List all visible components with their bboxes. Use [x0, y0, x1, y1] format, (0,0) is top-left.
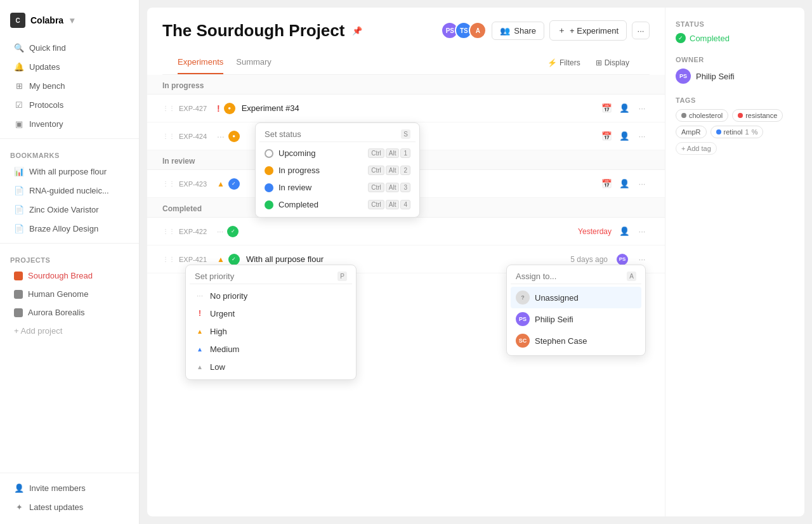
assign-button[interactable]: 👤 — [617, 224, 632, 239]
sidebar-item-label: My bench — [29, 81, 65, 91]
calendar-button[interactable]: 📅 — [599, 129, 614, 144]
tag-label: retinol — [724, 128, 743, 136]
priority-option-low[interactable]: ▲ Low — [190, 358, 352, 376]
project-item-sourdough[interactable]: Sourdough Bread — [4, 266, 135, 285]
assign-option-stephen[interactable]: SC Stephen Case — [511, 330, 641, 351]
exp-row-422: ⋮⋮ EXP-422 ··· ✓ Yesterday 👤 ··· — [147, 218, 665, 246]
status-circle-in-progress — [265, 166, 273, 175]
priority-low-icon: ▲ — [195, 362, 205, 372]
tab-summary[interactable]: Summary — [236, 51, 272, 74]
assign-search-input[interactable] — [516, 272, 627, 281]
exp-id: EXP-424 — [179, 133, 217, 140]
owner-avatar: PS — [676, 69, 691, 84]
tag-retinol[interactable]: retinol 1 % — [710, 126, 764, 138]
share-button[interactable]: 👥 Share — [492, 22, 544, 40]
status-icon-in-progress[interactable]: ● — [224, 103, 235, 114]
project-item-genome[interactable]: Human Genome — [4, 285, 135, 303]
more-button[interactable]: ··· — [632, 22, 650, 39]
priority-option-high[interactable]: ▲ High — [190, 322, 352, 340]
status-icon-completed[interactable]: ✓ — [227, 226, 239, 237]
priority-option-none[interactable]: ··· No priority — [190, 287, 352, 305]
drag-handle[interactable]: ⋮⋮ — [162, 133, 175, 140]
project-item-aurora[interactable]: Aurora Borealis — [4, 303, 135, 322]
status-badge: ✓ Completed — [676, 33, 794, 43]
tag-dot — [716, 129, 721, 134]
more-row-button[interactable]: ··· — [634, 101, 650, 116]
drag-handle[interactable]: ⋮⋮ — [162, 228, 175, 235]
priority-label: Medium — [210, 344, 347, 354]
assign-option-unassigned[interactable]: ? Unassigned — [511, 287, 641, 308]
sidebar-item-protocols[interactable]: ☑ Protocols — [4, 95, 135, 114]
status-icon-completed[interactable]: ✓ — [228, 254, 240, 265]
drag-handle[interactable]: ⋮⋮ — [162, 105, 175, 112]
bookmark-item-1[interactable]: 📄 RNA-guided nucleic... — [4, 181, 135, 200]
status-option-completed[interactable]: Completed Ctrl Alt 4 — [259, 196, 416, 213]
priority-icon[interactable]: ▲ — [217, 180, 225, 188]
project-title: The Sourdough Project — [162, 21, 344, 41]
tag-cholesterol[interactable]: cholesterol — [676, 109, 728, 122]
bookmark-item-3[interactable]: 📄 Braze Alloy Design — [4, 219, 135, 238]
bookmark-label: RNA-guided nucleic... — [29, 186, 109, 195]
priority-no-icon: ··· — [195, 291, 205, 301]
display-button[interactable]: ⊞ Display — [591, 56, 634, 70]
sidebar-item-quick-find[interactable]: 🔍 Quick find — [4, 38, 135, 57]
project-header: The Sourdough Project 📌 PS TS A 👥 Share — [147, 8, 665, 75]
sidebar-item-inventory[interactable]: ▣ Inventory — [4, 114, 135, 133]
filters-button[interactable]: ⚡ Filters — [542, 56, 586, 70]
sidebar-item-my-bench[interactable]: ⊞ My bench — [4, 76, 135, 95]
calendar-button[interactable]: 📅 — [599, 176, 614, 192]
status-icon-in-review[interactable]: ✓ — [228, 178, 240, 190]
experiment-button[interactable]: ＋ + Experiment — [549, 20, 627, 41]
priority-icon[interactable]: ! — [217, 103, 220, 114]
assign-name: Philip Seifi — [535, 315, 573, 324]
status-search-input[interactable] — [265, 129, 401, 139]
more-row-button[interactable]: ··· — [634, 129, 650, 144]
more-row-button[interactable]: ··· — [634, 176, 650, 192]
box-icon: ▣ — [14, 119, 24, 129]
logo-icon: C — [10, 13, 25, 28]
priority-icon[interactable]: ▲ — [217, 255, 225, 264]
project-area: The Sourdough Project 📌 PS TS A 👥 Share — [147, 8, 665, 516]
status-option-upcoming[interactable]: Upcoming Ctrl Alt 1 — [259, 145, 416, 162]
drag-handle[interactable]: ⋮⋮ — [162, 180, 175, 187]
tab-experiments[interactable]: Experiments — [178, 51, 223, 74]
tag-ampr[interactable]: AmpR — [676, 126, 707, 138]
priority-option-medium[interactable]: ▲ Medium — [190, 340, 352, 358]
status-label: STATUS — [676, 20, 794, 28]
status-label: Upcoming — [278, 148, 363, 158]
drag-handle[interactable]: ⋮⋮ — [162, 256, 175, 263]
priority-label: No priority — [210, 291, 347, 301]
assign-option-philip[interactable]: PS Philip Seifi — [511, 308, 641, 330]
exp-name: Experiment #34 — [242, 103, 599, 113]
calendar-button[interactable]: 📅 — [599, 101, 614, 116]
priority-search-input[interactable] — [195, 272, 337, 281]
assign-button[interactable]: 👤 — [617, 176, 632, 192]
app-name: Colabra — [30, 15, 63, 25]
priority-option-urgent[interactable]: ! Urgent — [190, 305, 352, 322]
invite-members-button[interactable]: 👤 Invite members — [4, 478, 135, 497]
pin-icon[interactable]: 📌 — [352, 26, 362, 36]
bookmark-item-2[interactable]: 📄 Zinc Oxide Varistor — [4, 200, 135, 219]
project-tabs: Experiments Summary ⚡ Filters ⊞ Display — [162, 51, 650, 75]
status-option-in-review[interactable]: In review Ctrl Alt 3 — [259, 179, 416, 196]
more-row-button[interactable]: ··· — [634, 224, 650, 239]
panel-owner-section: OWNER PS Philip Seifi — [676, 56, 794, 84]
status-label: Completed — [278, 200, 363, 209]
app-logo[interactable]: C Colabra ▾ — [0, 8, 139, 38]
add-tag-button[interactable]: + Add tag — [676, 142, 717, 155]
bookmark-item-0[interactable]: 📊 With all purpose flour — [4, 162, 135, 181]
sidebar-item-updates[interactable]: 🔔 Updates — [4, 57, 135, 76]
priority-icon[interactable]: ··· — [217, 131, 225, 141]
grid-icon: ⊞ — [14, 81, 24, 91]
assign-button[interactable]: 👤 — [617, 101, 632, 116]
sidebar-item-label: Protocols — [29, 100, 63, 110]
latest-updates-button[interactable]: ✦ Latest updates — [4, 497, 135, 516]
add-project-button[interactable]: + Add project — [4, 322, 135, 340]
project-label: Human Genome — [28, 289, 88, 299]
assign-button[interactable]: 👤 — [617, 129, 632, 144]
priority-icon[interactable]: ··· — [217, 227, 223, 236]
bookmark-label: Zinc Oxide Varistor — [29, 205, 99, 214]
status-option-in-progress[interactable]: In progress Ctrl Alt 2 — [259, 162, 416, 179]
status-icon[interactable]: ● — [228, 131, 240, 142]
tag-resistance[interactable]: resistance — [732, 109, 783, 122]
